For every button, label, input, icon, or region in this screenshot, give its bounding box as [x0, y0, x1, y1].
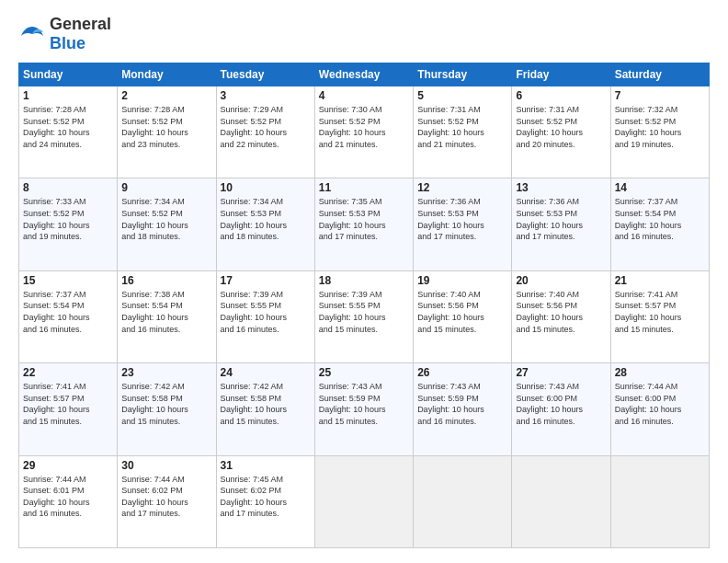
day-info: Sunrise: 7:28 AM Sunset: 5:52 PM Dayligh… — [23, 104, 113, 150]
day-number: 14 — [615, 181, 705, 194]
day-info: Sunrise: 7:34 AM Sunset: 5:53 PM Dayligh… — [221, 196, 311, 242]
day-info: Sunrise: 7:40 AM Sunset: 5:56 PM Dayligh… — [516, 289, 606, 335]
logo-bird-icon — [18, 23, 46, 45]
day-info: Sunrise: 7:29 AM Sunset: 5:52 PM Dayligh… — [221, 104, 311, 150]
calendar-cell — [512, 455, 610, 547]
calendar-week-2: 8Sunrise: 7:33 AM Sunset: 5:52 PM Daylig… — [19, 178, 710, 270]
calendar-cell: 26Sunrise: 7:43 AM Sunset: 5:59 PM Dayli… — [414, 363, 512, 455]
day-info: Sunrise: 7:35 AM Sunset: 5:53 PM Dayligh… — [319, 196, 409, 242]
day-number: 19 — [417, 274, 507, 287]
day-info: Sunrise: 7:31 AM Sunset: 5:52 PM Dayligh… — [516, 104, 606, 150]
day-header-friday: Friday — [512, 63, 610, 86]
calendar-cell: 16Sunrise: 7:38 AM Sunset: 5:54 PM Dayli… — [118, 270, 216, 362]
calendar-cell — [414, 455, 512, 547]
day-header-monday: Monday — [118, 63, 216, 86]
day-info: Sunrise: 7:41 AM Sunset: 5:57 PM Dayligh… — [23, 381, 113, 427]
day-header-sunday: Sunday — [19, 63, 118, 86]
day-info: Sunrise: 7:43 AM Sunset: 5:59 PM Dayligh… — [319, 381, 409, 427]
calendar-cell — [610, 455, 709, 547]
calendar-cell: 14Sunrise: 7:37 AM Sunset: 5:54 PM Dayli… — [610, 178, 709, 270]
day-number: 29 — [23, 459, 113, 472]
day-info: Sunrise: 7:42 AM Sunset: 5:58 PM Dayligh… — [221, 381, 311, 427]
calendar-cell: 20Sunrise: 7:40 AM Sunset: 5:56 PM Dayli… — [512, 270, 610, 362]
calendar-cell: 12Sunrise: 7:36 AM Sunset: 5:53 PM Dayli… — [414, 178, 512, 270]
calendar-week-1: 1Sunrise: 7:28 AM Sunset: 5:52 PM Daylig… — [19, 86, 710, 178]
calendar-week-5: 29Sunrise: 7:44 AM Sunset: 6:01 PM Dayli… — [19, 455, 710, 547]
day-info: Sunrise: 7:28 AM Sunset: 5:52 PM Dayligh… — [121, 104, 211, 150]
day-number: 13 — [516, 181, 606, 194]
day-number: 15 — [23, 274, 113, 287]
day-number: 18 — [319, 274, 409, 287]
calendar-cell: 25Sunrise: 7:43 AM Sunset: 5:59 PM Dayli… — [314, 363, 413, 455]
calendar-cell: 11Sunrise: 7:35 AM Sunset: 5:53 PM Dayli… — [314, 178, 413, 270]
day-number: 17 — [221, 274, 311, 287]
calendar-week-3: 15Sunrise: 7:37 AM Sunset: 5:54 PM Dayli… — [19, 270, 710, 362]
day-info: Sunrise: 7:30 AM Sunset: 5:52 PM Dayligh… — [319, 104, 409, 150]
day-number: 12 — [417, 181, 507, 194]
day-info: Sunrise: 7:43 AM Sunset: 6:00 PM Dayligh… — [516, 381, 606, 427]
day-number: 3 — [221, 89, 311, 102]
calendar-cell: 15Sunrise: 7:37 AM Sunset: 5:54 PM Dayli… — [19, 270, 118, 362]
day-info: Sunrise: 7:31 AM Sunset: 5:52 PM Dayligh… — [417, 104, 507, 150]
day-number: 5 — [417, 89, 507, 102]
calendar-cell: 9Sunrise: 7:34 AM Sunset: 5:52 PM Daylig… — [118, 178, 216, 270]
calendar-page: General Blue SundayMondayTuesdayWednesda… — [0, 0, 728, 563]
calendar-cell: 1Sunrise: 7:28 AM Sunset: 5:52 PM Daylig… — [19, 86, 118, 178]
day-number: 26 — [417, 366, 507, 379]
calendar-cell: 8Sunrise: 7:33 AM Sunset: 5:52 PM Daylig… — [19, 178, 118, 270]
day-info: Sunrise: 7:44 AM Sunset: 6:02 PM Dayligh… — [121, 474, 211, 520]
day-info: Sunrise: 7:33 AM Sunset: 5:52 PM Dayligh… — [23, 196, 113, 242]
day-number: 27 — [516, 366, 606, 379]
logo: General Blue — [18, 15, 111, 53]
day-info: Sunrise: 7:44 AM Sunset: 6:01 PM Dayligh… — [23, 474, 113, 520]
day-info: Sunrise: 7:36 AM Sunset: 5:53 PM Dayligh… — [516, 196, 606, 242]
day-number: 6 — [516, 89, 606, 102]
calendar-cell: 23Sunrise: 7:42 AM Sunset: 5:58 PM Dayli… — [118, 363, 216, 455]
day-header-saturday: Saturday — [610, 63, 709, 86]
day-number: 25 — [319, 366, 409, 379]
calendar-cell: 3Sunrise: 7:29 AM Sunset: 5:52 PM Daylig… — [216, 86, 314, 178]
day-number: 31 — [221, 459, 311, 472]
day-info: Sunrise: 7:37 AM Sunset: 5:54 PM Dayligh… — [615, 196, 705, 242]
calendar-cell: 31Sunrise: 7:45 AM Sunset: 6:02 PM Dayli… — [216, 455, 314, 547]
day-number: 23 — [121, 366, 211, 379]
calendar-cell: 18Sunrise: 7:39 AM Sunset: 5:55 PM Dayli… — [314, 270, 413, 362]
day-header-wednesday: Wednesday — [314, 63, 413, 86]
header: General Blue — [18, 15, 710, 53]
day-number: 4 — [319, 89, 409, 102]
day-number: 21 — [615, 274, 705, 287]
calendar-cell: 10Sunrise: 7:34 AM Sunset: 5:53 PM Dayli… — [216, 178, 314, 270]
calendar-week-4: 22Sunrise: 7:41 AM Sunset: 5:57 PM Dayli… — [19, 363, 710, 455]
day-info: Sunrise: 7:42 AM Sunset: 5:58 PM Dayligh… — [121, 381, 211, 427]
calendar-table: SundayMondayTuesdayWednesdayThursdayFrid… — [18, 63, 710, 548]
day-info: Sunrise: 7:36 AM Sunset: 5:53 PM Dayligh… — [417, 196, 507, 242]
day-info: Sunrise: 7:45 AM Sunset: 6:02 PM Dayligh… — [221, 474, 311, 520]
day-number: 10 — [221, 181, 311, 194]
calendar-cell: 28Sunrise: 7:44 AM Sunset: 6:00 PM Dayli… — [610, 363, 709, 455]
day-info: Sunrise: 7:39 AM Sunset: 5:55 PM Dayligh… — [319, 289, 409, 335]
calendar-cell: 4Sunrise: 7:30 AM Sunset: 5:52 PM Daylig… — [314, 86, 413, 178]
day-number: 16 — [121, 274, 211, 287]
calendar-cell: 29Sunrise: 7:44 AM Sunset: 6:01 PM Dayli… — [19, 455, 118, 547]
day-number: 24 — [221, 366, 311, 379]
day-info: Sunrise: 7:41 AM Sunset: 5:57 PM Dayligh… — [615, 289, 705, 335]
day-number: 2 — [121, 89, 211, 102]
day-info: Sunrise: 7:39 AM Sunset: 5:55 PM Dayligh… — [221, 289, 311, 335]
day-info: Sunrise: 7:43 AM Sunset: 5:59 PM Dayligh… — [417, 381, 507, 427]
calendar-cell: 24Sunrise: 7:42 AM Sunset: 5:58 PM Dayli… — [216, 363, 314, 455]
day-info: Sunrise: 7:34 AM Sunset: 5:52 PM Dayligh… — [121, 196, 211, 242]
day-header-tuesday: Tuesday — [216, 63, 314, 86]
calendar-cell: 17Sunrise: 7:39 AM Sunset: 5:55 PM Dayli… — [216, 270, 314, 362]
day-number: 22 — [23, 366, 113, 379]
calendar-cell: 6Sunrise: 7:31 AM Sunset: 5:52 PM Daylig… — [512, 86, 610, 178]
day-number: 30 — [121, 459, 211, 472]
calendar-cell: 7Sunrise: 7:32 AM Sunset: 5:52 PM Daylig… — [610, 86, 709, 178]
calendar-cell — [314, 455, 413, 547]
calendar-cell: 2Sunrise: 7:28 AM Sunset: 5:52 PM Daylig… — [118, 86, 216, 178]
calendar-cell: 30Sunrise: 7:44 AM Sunset: 6:02 PM Dayli… — [118, 455, 216, 547]
day-number: 20 — [516, 274, 606, 287]
day-number: 1 — [23, 89, 113, 102]
day-number: 8 — [23, 181, 113, 194]
day-header-thursday: Thursday — [414, 63, 512, 86]
day-number: 28 — [615, 366, 705, 379]
